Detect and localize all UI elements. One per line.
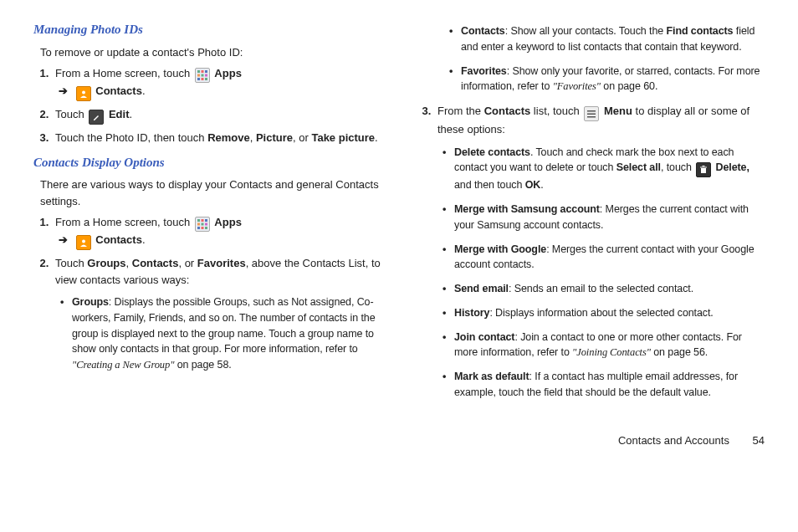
view-options-continued: Contacts: Show all your contacts. Touch … (449, 23, 765, 95)
text: From a Home screen, touch (55, 216, 193, 228)
text: , (126, 257, 132, 269)
list-item-delete-contacts: Delete contacts. Touch and check mark th… (442, 145, 765, 194)
svg-rect-5 (205, 74, 207, 77)
text: , or (178, 257, 197, 269)
label: Contacts (461, 25, 505, 37)
heading-contacts-display-options: Contacts Display Options (33, 153, 382, 172)
list-item-groups: Groups: Displays the possible Groups, su… (60, 294, 382, 373)
text: and then touch (454, 179, 525, 191)
text: : Displays information about the selecte… (489, 307, 713, 319)
text: . (540, 179, 543, 191)
svg-rect-2 (205, 70, 207, 73)
svg-rect-20 (587, 110, 596, 112)
label: Send email (454, 283, 509, 294)
delete-label: Delete, (716, 161, 749, 173)
svg-rect-10 (197, 219, 200, 222)
groups-label: Groups (87, 257, 125, 269)
contacts-label: Contacts (95, 84, 142, 97)
text: Touch the Photo ID, then touch (55, 131, 207, 144)
cross-reference: "Joining Contacts" (572, 346, 651, 358)
page-ref: on page 56. (651, 346, 708, 358)
contacts-label: Contacts (484, 105, 531, 117)
list-item-send-email: Send email: Sends an email to the select… (442, 281, 765, 297)
arrow-icon: ➔ (59, 84, 68, 97)
contacts-label: Contacts (132, 257, 179, 269)
svg-rect-8 (205, 78, 207, 80)
right-column: Contacts: Show all your contacts. Touch … (416, 17, 765, 409)
steps-display-options-cont: From the Contacts list, touch Menu to di… (434, 103, 765, 401)
section-name: Contacts and Accounts (618, 434, 729, 447)
take-picture-label: Take picture (311, 131, 375, 144)
page-ref: on page 58. (174, 359, 231, 371)
svg-rect-4 (201, 74, 203, 77)
apps-label: Apps (214, 67, 242, 79)
contacts-label: Contacts (95, 233, 142, 246)
svg-rect-17 (201, 227, 203, 229)
text: : Sends an email to the selected contact… (509, 283, 693, 294)
text: From a Home screen, touch (55, 67, 193, 79)
select-all-label: Select all (616, 161, 661, 173)
svg-rect-3 (197, 74, 200, 77)
svg-rect-23 (701, 168, 706, 173)
text: list, touch (530, 105, 582, 117)
svg-rect-7 (201, 78, 203, 80)
text: , or (293, 131, 311, 144)
text: : Displays the possible Groups, such as … (72, 296, 376, 355)
list-item-favorites: Favorites: Show only your favorite, or s… (449, 64, 765, 95)
text: Touch (55, 108, 87, 120)
list-item-history: History: Displays information about the … (442, 305, 765, 321)
list-item-merge-samsung: Merge with Samsung account: Merges the c… (442, 202, 765, 233)
period: . (130, 108, 133, 120)
label: History (454, 307, 489, 319)
svg-rect-1 (201, 70, 203, 73)
page-number: 54 (753, 434, 765, 447)
svg-rect-13 (197, 223, 200, 226)
label: Merge with Samsung account (454, 203, 600, 215)
apps-label: Apps (214, 216, 242, 228)
label: Mark as default (454, 371, 529, 382)
arrow-icon: ➔ (59, 233, 68, 246)
picture-label: Picture (256, 131, 293, 144)
text: . (375, 131, 378, 144)
step-1: From a Home screen, touch Apps ➔ Contact… (52, 65, 382, 101)
label: Favorites (461, 65, 507, 77)
edit-icon (89, 110, 104, 125)
cross-reference: "Favorites" (553, 80, 601, 92)
svg-point-19 (82, 240, 85, 243)
text: , touch (661, 161, 694, 173)
ok-label: OK (525, 179, 541, 191)
step-3: From the Contacts list, touch Menu to di… (434, 103, 765, 401)
page-footer: Contacts and Accounts 54 (33, 432, 765, 449)
svg-rect-21 (587, 114, 596, 115)
svg-rect-16 (197, 227, 200, 229)
text: : Show all your contacts. Touch the (505, 25, 667, 37)
steps-display-options: From a Home screen, touch Apps ➔ Contact… (52, 214, 382, 373)
svg-rect-0 (197, 70, 200, 73)
step-1: From a Home screen, touch Apps ➔ Contact… (52, 214, 382, 250)
svg-rect-24 (700, 167, 707, 168)
list-item-mark-default: Mark as default: If a contact has multip… (442, 369, 765, 401)
view-options-list: Groups: Displays the possible Groups, su… (60, 294, 382, 373)
intro-display-options: There are various ways to display your C… (40, 176, 382, 209)
svg-rect-6 (197, 78, 200, 80)
menu-icon (584, 106, 599, 121)
label: Groups (72, 296, 109, 308)
period: . (142, 84, 146, 97)
svg-rect-14 (201, 223, 203, 226)
text: From the (437, 105, 484, 117)
two-column-layout: Managing Photo IDs To remove or update a… (33, 17, 765, 409)
list-item-contacts: Contacts: Show all your contacts. Touch … (449, 23, 765, 55)
text: Touch (55, 257, 87, 269)
menu-options-list: Delete contacts. Touch and check mark th… (442, 145, 765, 401)
favorites-label: Favorites (197, 257, 246, 269)
intro-photo-ids: To remove or update a contact's Photo ID… (40, 44, 382, 61)
apps-icon (195, 68, 210, 83)
find-contacts-label: Find contacts (667, 25, 734, 37)
menu-label: Menu (604, 105, 632, 117)
contacts-icon (76, 86, 91, 101)
svg-rect-12 (205, 219, 207, 222)
apps-icon (195, 217, 210, 232)
svg-rect-18 (205, 227, 207, 229)
delete-icon (696, 162, 711, 177)
label: Delete contacts (454, 146, 530, 158)
